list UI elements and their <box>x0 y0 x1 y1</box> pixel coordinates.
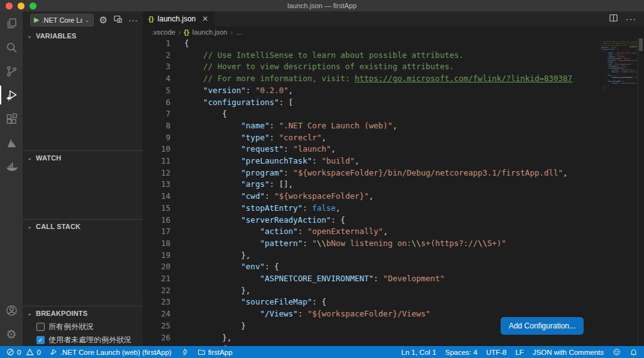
code-line[interactable]: 13 "args": [], <box>143 179 644 191</box>
close-tab-icon[interactable]: ✕ <box>202 14 208 23</box>
settings-gear-icon[interactable]: ⚙ <box>0 322 23 346</box>
breadcrumb: .vscode › {} launch.json › … <box>143 26 644 38</box>
breakpoints-list: 所有例外狀況✓使用者未處理的例外狀況 <box>23 320 143 346</box>
code-line[interactable]: 17 "action": "openExternally", <box>143 226 644 238</box>
code-line[interactable]: 22 }, <box>143 285 644 297</box>
line-number: 6 <box>143 97 170 109</box>
feedback-smiley-icon[interactable] <box>613 348 621 356</box>
variables-section: ⌄ VARIABLES <box>23 29 143 150</box>
configure-gear-icon[interactable]: ⚙ <box>99 15 108 25</box>
add-configuration-button[interactable]: Add Configuration... <box>501 317 584 335</box>
breakpoint-label: 所有例外狀況 <box>48 322 94 332</box>
code-line[interactable]: 23 "sourceFileMap": { <box>143 296 644 308</box>
eol-indicator[interactable]: LF <box>515 349 523 356</box>
checked-checkbox[interactable]: ✓ <box>36 336 45 344</box>
code-line[interactable]: 18 "pattern": "\\bNow listening on:\\s+(… <box>143 238 644 250</box>
call-stack-section: ⌄ CALL STACK <box>23 219 143 306</box>
code-line[interactable]: 21 "ASPNETCORE_ENVIRONMENT": "Developmen… <box>143 273 644 285</box>
line-number: 3 <box>143 61 170 73</box>
code-line[interactable]: 12 "program": "${workspaceFolder}/bin/De… <box>143 167 644 179</box>
code-editor[interactable]: 1{2 // Use IntelliSense to learn about p… <box>143 38 644 346</box>
variables-section-header[interactable]: ⌄ VARIABLES <box>23 29 143 43</box>
breadcrumb-folder[interactable]: .vscode <box>152 28 175 36</box>
indentation-indicator[interactable]: Spaces: 4 <box>445 349 477 356</box>
line-number: 9 <box>143 132 170 144</box>
unchecked-checkbox[interactable] <box>36 323 45 331</box>
code-line[interactable]: 27 { <box>143 344 644 346</box>
chevron-down-icon: ⌄ <box>85 17 90 23</box>
search-icon[interactable] <box>0 35 23 59</box>
notifications-bell-icon[interactable] <box>630 348 638 356</box>
breakpoint-item[interactable]: 所有例外狀況 <box>23 320 143 333</box>
line-number: 11 <box>143 155 170 167</box>
editor-scrollbar[interactable] <box>638 38 644 346</box>
vscode-window: launch.json — firstApp <box>0 0 644 358</box>
minimap[interactable]: { // Use IntelliSense to learn about pos… <box>597 39 637 90</box>
line-number: 10 <box>143 143 170 155</box>
line-number: 7 <box>143 108 170 120</box>
debug-console-icon[interactable] <box>113 14 123 25</box>
code-line[interactable]: 3 // Hover to view descriptions of exist… <box>143 61 644 73</box>
chevron-right-icon: › <box>179 29 180 36</box>
debug-target-indicator[interactable]: .NET Core Launch (web) (firstApp) <box>50 348 172 356</box>
breakpoints-section-header[interactable]: ⌄ BREAKPOINTS <box>23 306 143 320</box>
code-lines: 1{2 // Use IntelliSense to learn about p… <box>143 38 644 346</box>
account-icon[interactable] <box>0 298 23 322</box>
call-stack-section-header[interactable]: ⌄ CALL STACK <box>23 220 143 233</box>
code-line[interactable]: 14 "cwd": "${workspaceFolder}", <box>143 191 644 203</box>
problems-indicator[interactable]: 0 0 <box>6 348 41 356</box>
code-line[interactable]: 6 "configurations": [ <box>143 97 644 109</box>
code-line[interactable]: 4 // For more information, visit: https:… <box>143 73 644 85</box>
scrollbar-slider[interactable] <box>639 38 643 51</box>
watch-section-header[interactable]: ⌄ WATCH <box>23 151 143 165</box>
line-number: 1 <box>143 38 170 50</box>
breadcrumb-symbol[interactable]: … <box>236 28 243 36</box>
line-number: 14 <box>143 191 170 203</box>
status-bar: 0 0 .NET Core Launch (web) (firstApp) <box>0 346 644 358</box>
code-line[interactable]: 15 "stopAtEntry": false, <box>143 203 644 215</box>
explorer-icon[interactable] <box>0 11 23 35</box>
code-line[interactable]: 20 "env": { <box>143 261 644 273</box>
breadcrumb-file[interactable]: launch.json <box>192 28 228 36</box>
editor-group: {} launch.json ✕ ··· .vscode › {} <box>143 11 644 346</box>
flame-indicator[interactable] <box>180 348 189 356</box>
more-actions-icon[interactable]: ··· <box>128 15 138 25</box>
flame-icon <box>180 348 189 356</box>
line-number: 25 <box>143 320 170 332</box>
azure-icon[interactable] <box>0 131 23 155</box>
code-line[interactable]: 8 "name": ".NET Core Launch (web)", <box>143 120 644 132</box>
language-mode-indicator[interactable]: JSON with Comments <box>533 349 604 356</box>
chevron-down-icon: ⌄ <box>25 155 34 161</box>
breakpoints-section: ⌄ BREAKPOINTS 所有例外狀況✓使用者未處理的例外狀況 <box>23 306 143 346</box>
launch-configuration-label: .NET Core Launc <box>42 16 82 24</box>
breakpoint-item[interactable]: ✓使用者未處理的例外狀況 <box>23 333 143 346</box>
code-line[interactable]: 11 "preLaunchTask": "build", <box>143 155 644 167</box>
line-number: 8 <box>143 120 170 132</box>
code-line[interactable]: 16 "serverReadyAction": { <box>143 215 644 227</box>
window-title: launch.json — firstApp <box>0 2 644 9</box>
code-line[interactable]: 1{ <box>143 38 644 50</box>
launch-configuration-dropdown[interactable]: ▶ .NET Core Launc ⌄ <box>30 14 94 26</box>
code-line[interactable]: 9 "type": "coreclr", <box>143 132 644 144</box>
cursor-position-indicator[interactable]: Ln 1, Col 1 <box>401 349 436 356</box>
source-control-icon[interactable] <box>0 59 23 83</box>
docker-icon[interactable] <box>0 155 23 179</box>
tab-launch-json[interactable]: {} launch.json ✕ <box>143 11 214 26</box>
encoding-indicator[interactable]: UTF-8 <box>486 349 507 356</box>
chevron-down-icon: ⌄ <box>25 33 34 39</box>
code-line[interactable]: 7 { <box>143 108 644 120</box>
code-line[interactable]: 19 }, <box>143 250 644 262</box>
json-file-icon: {} <box>184 28 189 36</box>
workspace-indicator[interactable]: firstApp <box>197 348 233 356</box>
start-debug-icon[interactable]: ▶ <box>34 16 39 23</box>
editor-more-actions-icon[interactable]: ··· <box>626 14 636 24</box>
line-number: 20 <box>143 261 170 273</box>
extensions-icon[interactable] <box>0 107 23 131</box>
code-line[interactable]: 2 // Use IntelliSense to learn about pos… <box>143 50 644 62</box>
split-editor-icon[interactable] <box>609 13 618 25</box>
title-bar: launch.json — firstApp <box>0 0 644 11</box>
watch-section: ⌄ WATCH <box>23 150 143 219</box>
run-and-debug-icon[interactable] <box>0 83 23 107</box>
code-line[interactable]: 5 "version": "0.2.0", <box>143 85 644 97</box>
code-line[interactable]: 10 "request": "launch", <box>143 143 644 155</box>
